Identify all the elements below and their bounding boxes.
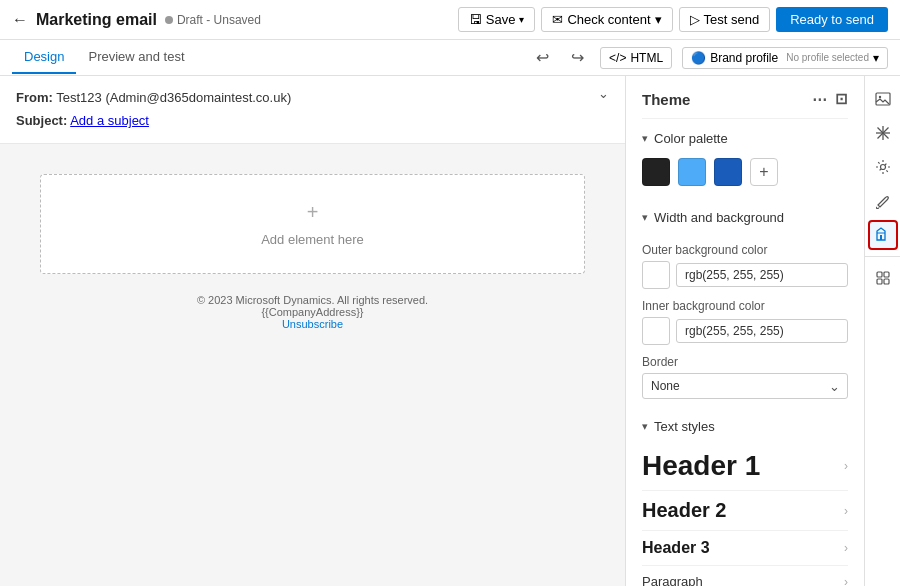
redo-button[interactable]: ↪ [565, 44, 590, 71]
footer-company: {{CompanyAddress}} [40, 306, 585, 318]
theme-panel: Theme ⋯ ⊡ ▾ Color palette + ▾ Width a [626, 76, 864, 586]
collapse-icon[interactable]: ⌄ [598, 86, 609, 101]
no-profile-label: No profile selected [786, 52, 869, 63]
header1-item[interactable]: Header 1 › [642, 442, 848, 491]
inner-bg-value-input[interactable] [676, 319, 848, 343]
header3-label: Header 3 [642, 539, 710, 557]
image-tool-button[interactable] [868, 84, 898, 114]
theme-title-text: Theme [642, 91, 690, 108]
save-chevron-icon: ▾ [519, 14, 524, 25]
theme-title-actions: ⋯ ⊡ [812, 90, 848, 108]
inner-bg-input-row [642, 317, 848, 345]
from-value: Test123 (Admin@d365domaintest.co.uk) [56, 90, 291, 105]
back-icon[interactable]: ← [12, 11, 28, 29]
brand-icon: 🔵 [691, 51, 706, 65]
svg-rect-7 [880, 235, 882, 240]
color-swatch-light-blue[interactable] [678, 158, 706, 186]
settings-icon [875, 159, 891, 175]
svg-rect-12 [884, 279, 889, 284]
add-element-box[interactable]: + Add element here [40, 174, 585, 274]
add-color-button[interactable]: + [750, 158, 778, 186]
email-header: From: Test123 (Admin@d365domaintest.co.u… [0, 76, 625, 144]
top-bar: ← Marketing email Draft - Unsaved 🖫 Save… [0, 0, 900, 40]
header2-arrow-icon: › [844, 504, 848, 518]
brand-profile-label: Brand profile [710, 51, 778, 65]
ready-to-send-button[interactable]: Ready to send [776, 7, 888, 32]
theme-more-icon[interactable]: ⋯ [812, 90, 827, 108]
side-toolbar [864, 76, 900, 586]
top-bar-actions: 🖫 Save ▾ ✉ Check content ▾ ▷ Test send R… [458, 7, 888, 32]
svg-point-6 [880, 165, 885, 170]
outer-bg-label: Outer background color [642, 243, 848, 257]
color-swatch-black[interactable] [642, 158, 670, 186]
tab-bar-left: Design Preview and test [12, 41, 530, 74]
theme-expand-icon[interactable]: ⊡ [835, 90, 848, 108]
brand-chevron-icon: ▾ [873, 51, 879, 65]
check-content-button[interactable]: ✉ Check content ▾ [541, 7, 672, 32]
paragraph-arrow-icon: › [844, 575, 848, 587]
tab-design[interactable]: Design [12, 41, 76, 74]
border-select-wrapper: None Solid Dashed Dotted [642, 373, 848, 399]
width-background-section-header[interactable]: ▾ Width and background [642, 198, 848, 233]
draft-dot [165, 16, 173, 24]
email-footer: © 2023 Microsoft Dynamics. All rights re… [40, 294, 585, 330]
width-bg-chevron-icon: ▾ [642, 211, 648, 224]
border-label: Border [642, 355, 848, 369]
paint-icon [875, 193, 891, 209]
snowflake-icon [875, 125, 891, 141]
color-palette-section-header[interactable]: ▾ Color palette [642, 119, 848, 154]
brand-profile-button[interactable]: 🔵 Brand profile No profile selected ▾ [682, 47, 888, 69]
svg-rect-10 [884, 272, 889, 277]
snowflake-tool-button[interactable] [868, 118, 898, 148]
paragraph-item[interactable]: Paragraph › [642, 566, 848, 586]
header3-item[interactable]: Header 3 › [642, 531, 848, 566]
color-swatch-dark-blue[interactable] [714, 158, 742, 186]
header1-arrow-icon: › [844, 459, 848, 473]
app-title: Marketing email [36, 11, 157, 29]
top-bar-left: ← Marketing email Draft - Unsaved [12, 11, 448, 29]
subject-label: Subject: [16, 113, 67, 128]
subject-link[interactable]: Add a subject [70, 113, 149, 128]
outer-bg-value-input[interactable] [676, 263, 848, 287]
svg-rect-9 [877, 272, 882, 277]
tab-bar: Design Preview and test ↩ ↪ </> HTML 🔵 B… [0, 40, 900, 76]
paint-tool-button[interactable] [868, 186, 898, 216]
save-icon: 🖫 [469, 12, 482, 27]
save-label: Save [486, 12, 516, 27]
header2-item[interactable]: Header 2 › [642, 491, 848, 531]
html-button[interactable]: </> HTML [600, 47, 672, 69]
from-label: From: [16, 90, 53, 105]
text-styles-chevron-icon: ▾ [642, 420, 648, 433]
right-panel: Theme ⋯ ⊡ ▾ Color palette + ▾ Width a [625, 76, 900, 586]
border-select[interactable]: None Solid Dashed Dotted [642, 373, 848, 399]
inner-bg-color-preview[interactable] [642, 317, 670, 345]
save-button[interactable]: 🖫 Save ▾ [458, 7, 536, 32]
tab-bar-right: ↩ ↪ </> HTML 🔵 Brand profile No profile … [530, 44, 888, 71]
check-content-label: Check content [567, 12, 650, 27]
check-icon: ✉ [552, 12, 563, 27]
settings-tool-button[interactable] [868, 152, 898, 182]
outer-bg-input-row [642, 261, 848, 289]
unsubscribe-link[interactable]: Unsubscribe [282, 318, 343, 330]
add-element-label: Add element here [261, 232, 364, 247]
width-background-label: Width and background [654, 210, 784, 225]
layers-icon [875, 270, 891, 286]
text-styles-label: Text styles [654, 419, 715, 434]
draft-badge: Draft - Unsaved [165, 13, 261, 27]
layers-tool-button[interactable] [868, 263, 898, 293]
test-send-button[interactable]: ▷ Test send [679, 7, 771, 32]
email-subject-row: Subject: Add a subject [16, 109, 291, 132]
color-palette-chevron-icon: ▾ [642, 132, 648, 145]
outer-bg-color-preview[interactable] [642, 261, 670, 289]
svg-rect-11 [877, 279, 882, 284]
tab-preview[interactable]: Preview and test [76, 41, 196, 74]
header3-arrow-icon: › [844, 541, 848, 555]
test-icon: ▷ [690, 12, 700, 27]
email-from-row: From: Test123 (Admin@d365domaintest.co.u… [16, 86, 291, 109]
header1-label: Header 1 [642, 450, 760, 482]
undo-button[interactable]: ↩ [530, 44, 555, 71]
email-canvas: From: Test123 (Admin@d365domaintest.co.u… [0, 76, 625, 586]
theme-tool-button[interactable] [868, 220, 898, 250]
check-chevron-icon: ▾ [655, 12, 662, 27]
text-styles-section-header[interactable]: ▾ Text styles [642, 407, 848, 442]
